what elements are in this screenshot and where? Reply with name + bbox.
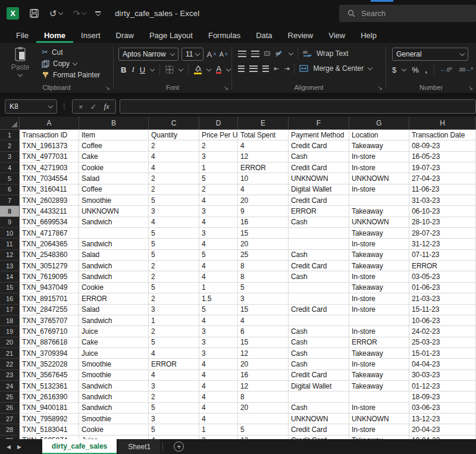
- currency-dropdown[interactable]: [402, 66, 406, 71]
- cell-H6[interactable]: 11-06-23: [409, 184, 476, 195]
- row-header-6[interactable]: 6: [0, 184, 20, 195]
- cell-E4[interactable]: ERROR: [238, 162, 289, 173]
- name-box[interactable]: K8: [5, 99, 57, 114]
- cell-A20[interactable]: TXN_8876618: [20, 337, 79, 348]
- cell-F18[interactable]: [289, 315, 349, 326]
- cell-D23[interactable]: 4: [199, 370, 238, 381]
- cut-button[interactable]: ✂ Cut: [42, 48, 100, 57]
- row-header-4[interactable]: 4: [0, 162, 20, 173]
- cell-G28[interactable]: In-store: [349, 424, 409, 435]
- cell-A12[interactable]: TXN_2548360: [20, 250, 79, 261]
- row-header-20[interactable]: 20: [0, 337, 20, 348]
- sheet-tab-sheet1[interactable]: Sheet1: [118, 439, 160, 454]
- row-header-3[interactable]: 3: [0, 152, 20, 162]
- cell-B22[interactable]: Smoothie: [79, 359, 149, 370]
- cancel-entry-button[interactable]: ×: [79, 102, 83, 111]
- cell-D1[interactable]: Price Per Unit: [199, 130, 238, 140]
- currency-button[interactable]: $: [392, 65, 396, 74]
- borders-button[interactable]: [165, 65, 174, 74]
- increase-indent-button[interactable]: ⇥: [284, 65, 289, 73]
- cell-F24[interactable]: Digital Wallet: [289, 381, 349, 392]
- cell-G9[interactable]: UNKNOWN: [349, 217, 409, 228]
- cell-H13[interactable]: ERROR: [409, 261, 476, 271]
- cell-B10[interactable]: [79, 228, 149, 239]
- row-header-28[interactable]: 28: [0, 424, 20, 435]
- cell-H1[interactable]: Transaction Date: [409, 130, 476, 140]
- align-left-button[interactable]: [238, 65, 245, 72]
- cell-B21[interactable]: Juice: [79, 348, 149, 359]
- cell-D7[interactable]: 4: [199, 195, 238, 206]
- cell-D18[interactable]: 4: [199, 315, 238, 326]
- cell-F12[interactable]: Cash: [289, 250, 349, 261]
- cell-E22[interactable]: 20: [238, 359, 289, 370]
- column-header-D[interactable]: D: [199, 117, 238, 130]
- confirm-entry-button[interactable]: ✓: [90, 102, 97, 111]
- orientation-button[interactable]: ab: [275, 50, 284, 58]
- cell-E14[interactable]: 8: [238, 271, 289, 282]
- cell-G23[interactable]: Takeaway: [349, 370, 409, 381]
- cell-H16[interactable]: 21-03-23: [409, 293, 476, 304]
- cell-C28[interactable]: 5: [149, 424, 199, 435]
- cell-G16[interactable]: In-store: [349, 293, 409, 304]
- cell-C11[interactable]: 5: [149, 239, 199, 249]
- cell-A14[interactable]: TXN_7619095: [20, 271, 79, 282]
- cell-E25[interactable]: 8: [238, 392, 289, 402]
- row-header-16[interactable]: 16: [0, 293, 20, 304]
- cell-A11[interactable]: TXN_2064365: [20, 239, 79, 249]
- cell-B20[interactable]: Cake: [79, 337, 149, 348]
- cell-C13[interactable]: 2: [149, 261, 199, 271]
- cell-F2[interactable]: Credit Card: [289, 140, 349, 151]
- cell-E9[interactable]: 16: [238, 217, 289, 228]
- row-header-2[interactable]: 2: [0, 140, 20, 151]
- cell-G10[interactable]: Takeaway: [349, 228, 409, 239]
- cell-G6[interactable]: In-store: [349, 184, 409, 195]
- cell-H8[interactable]: 06-10-23: [409, 206, 476, 217]
- ribbon-tab-help[interactable]: Help: [353, 27, 384, 43]
- row-header-14[interactable]: 14: [0, 271, 20, 282]
- align-middle-button[interactable]: [251, 51, 259, 57]
- cell-E28[interactable]: 5: [238, 424, 289, 435]
- cell-F21[interactable]: Cash: [289, 348, 349, 359]
- cell-E23[interactable]: 16: [238, 370, 289, 381]
- cell-C18[interactable]: 1: [149, 315, 199, 326]
- cell-H26[interactable]: 03-06-23: [409, 403, 476, 414]
- cell-D11[interactable]: 4: [199, 239, 238, 249]
- ribbon-tab-view[interactable]: View: [321, 27, 353, 43]
- cell-F25[interactable]: [289, 392, 349, 402]
- cell-C8[interactable]: 3: [149, 206, 199, 217]
- ribbon-tab-draw[interactable]: Draw: [108, 27, 142, 43]
- cell-G13[interactable]: Takeaway: [349, 261, 409, 271]
- cell-B14[interactable]: Sandwich: [79, 271, 149, 282]
- row-header-7[interactable]: 7: [0, 195, 20, 206]
- next-sheet-button[interactable]: ▶: [17, 439, 28, 454]
- cell-G19[interactable]: In-store: [349, 326, 409, 337]
- cell-C26[interactable]: 5: [149, 403, 199, 414]
- cell-H29[interactable]: 10-04-23: [409, 436, 476, 439]
- row-header-25[interactable]: 25: [0, 392, 20, 402]
- cell-A18[interactable]: TXN_3765707: [20, 315, 79, 326]
- cell-C4[interactable]: 4: [149, 162, 199, 173]
- fill-color-button[interactable]: [194, 65, 202, 74]
- cell-D24[interactable]: 4: [199, 381, 238, 392]
- italic-button[interactable]: I: [131, 65, 134, 74]
- cell-F26[interactable]: Cash: [289, 403, 349, 414]
- decrease-font-size-button[interactable]: A˅: [219, 51, 228, 58]
- undo-button[interactable]: ↺: [49, 8, 62, 19]
- cell-F14[interactable]: Cash: [289, 271, 349, 282]
- font-color-button[interactable]: A: [216, 65, 221, 74]
- row-header-24[interactable]: 24: [0, 381, 20, 392]
- cell-B18[interactable]: Sandwich: [79, 315, 149, 326]
- cell-H25[interactable]: 18-09-23: [409, 392, 476, 402]
- row-header-22[interactable]: 22: [0, 359, 20, 370]
- cell-A7[interactable]: TXN_2602893: [20, 195, 79, 206]
- cell-C23[interactable]: 4: [149, 370, 199, 381]
- cell-H17[interactable]: 15-11-23: [409, 305, 476, 315]
- underline-button[interactable]: U: [140, 65, 145, 74]
- cell-E21[interactable]: 12: [238, 348, 289, 359]
- cell-F16[interactable]: [289, 293, 349, 304]
- cell-E10[interactable]: 15: [238, 228, 289, 239]
- font-color-dropdown[interactable]: [226, 66, 231, 71]
- wrap-text-button[interactable]: Wrap Text: [317, 49, 349, 58]
- cell-G15[interactable]: Takeaway: [349, 283, 409, 293]
- cell-E7[interactable]: 20: [238, 195, 289, 206]
